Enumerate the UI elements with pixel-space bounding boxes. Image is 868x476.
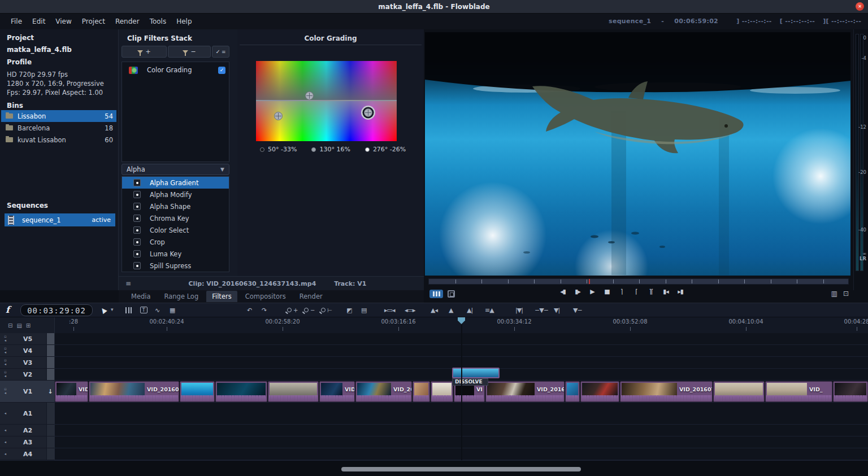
- filmstrip-icon[interactable]: ▤: [361, 305, 366, 315]
- track-head-a1[interactable]: ◂A1: [0, 403, 55, 425]
- mute-audio-icon[interactable]: ◂: [5, 452, 6, 456]
- edit-mode-icon[interactable]: ◩: [346, 305, 351, 315]
- overwrite-range-icon[interactable]: ▲◂: [431, 305, 437, 315]
- tab-render[interactable]: Render: [294, 291, 328, 302]
- track-head-v5[interactable]: ▫◂V5: [0, 333, 55, 345]
- mute-audio-icon[interactable]: ◂: [5, 363, 6, 366]
- overwrite-clip-icon[interactable]: ▲: [449, 305, 453, 315]
- timeline-clip[interactable]: VID_: [319, 381, 355, 402]
- mark-in-button[interactable]: ⌈: [632, 288, 641, 295]
- timeline-clip[interactable]: [580, 381, 619, 402]
- panel-layout-button[interactable]: ▥: [831, 290, 837, 298]
- insert-clip-icon[interactable]: ▲|: [467, 305, 472, 315]
- color-grading-handle[interactable]: [274, 112, 283, 120]
- filter-list-item[interactable]: Alpha Gradient: [122, 177, 229, 189]
- bin-row[interactable]: Barcelona18: [1, 122, 116, 134]
- color-grading-handle[interactable]: [364, 108, 372, 117]
- play-button[interactable]: ▶: [588, 288, 597, 295]
- hamburger-icon[interactable]: ≡: [125, 280, 131, 287]
- mute-audio-icon[interactable]: ◂: [5, 429, 6, 433]
- track-toggle[interactable]: [46, 425, 54, 436]
- track-height-icon[interactable]: ⊟: [8, 322, 12, 329]
- mark-out-button[interactable]: ⌉: [617, 288, 626, 295]
- compositor-clip[interactable]: [452, 368, 500, 378]
- menu-item-help[interactable]: Help: [171, 18, 197, 25]
- media-relink-icon[interactable]: ▦: [170, 305, 175, 315]
- undo-icon[interactable]: ↶: [247, 305, 251, 315]
- timeline-clip[interactable]: VID_20: [355, 381, 412, 402]
- filter-list-item[interactable]: Chroma Key: [122, 212, 229, 224]
- clip-view-button[interactable]: [448, 290, 455, 298]
- timeline-ruler[interactable]: ⊟▤⊞ :2800:02:40:2400:02:58:2000:03:16:16…: [0, 317, 868, 333]
- menu-item-view[interactable]: View: [50, 18, 76, 25]
- sequence-row[interactable]: sequence_1active: [5, 213, 115, 226]
- filter-list-item[interactable]: Spill Supress: [122, 260, 229, 272]
- timeline-clip[interactable]: VID_: [765, 381, 832, 402]
- filter-stack-row[interactable]: Color Grading✓: [122, 64, 229, 76]
- tab-media[interactable]: Media: [125, 291, 157, 302]
- timeline-clip[interactable]: [215, 381, 267, 402]
- mute-audio-icon[interactable]: ◂: [5, 440, 6, 444]
- trim-tool-icon[interactable]: ▸▭◂: [384, 305, 394, 315]
- color-grading-handle[interactable]: [305, 91, 314, 100]
- zoom-out-icon[interactable]: −: [304, 305, 315, 315]
- append-clip-icon[interactable]: ≡▲: [485, 305, 494, 315]
- timeline-clip[interactable]: [565, 381, 580, 402]
- filter-list-item[interactable]: Alpha Shape: [122, 200, 229, 212]
- color-grading-wheel[interactable]: [256, 61, 397, 141]
- ripple-delete-icon[interactable]: ▼|: [554, 305, 559, 315]
- timeline-clip[interactable]: VID_20160701: [89, 381, 179, 402]
- bin-row[interactable]: kuvat Lissabon60: [1, 134, 116, 146]
- timeline-clip[interactable]: VID_2016: [485, 381, 565, 402]
- redo-icon[interactable]: ↷: [262, 305, 266, 315]
- track-head-v2[interactable]: ▫◂V2: [0, 369, 55, 381]
- track-toggle[interactable]: [46, 448, 54, 460]
- track-head-a3[interactable]: ◂A3: [0, 436, 55, 448]
- menu-item-render[interactable]: Render: [110, 18, 145, 25]
- timeline-clip[interactable]: [180, 381, 215, 402]
- to-mark-out-button[interactable]: ▸▮: [676, 288, 685, 295]
- menu-item-project[interactable]: Project: [77, 18, 110, 25]
- close-icon[interactable]: ✕: [856, 2, 864, 11]
- timeline-view-button[interactable]: [429, 290, 443, 298]
- mute-audio-icon[interactable]: ◂: [5, 374, 6, 378]
- splice-out-icon[interactable]: |▼|: [515, 305, 523, 315]
- track-toggle[interactable]: [46, 333, 54, 344]
- fullscreen-button[interactable]: ⊡: [843, 290, 849, 298]
- clear-marks-button[interactable]: ⌉⌈: [646, 288, 656, 295]
- tab-range-log[interactable]: Range Log: [159, 291, 205, 302]
- menu-item-file[interactable]: File: [6, 18, 27, 25]
- bin-row[interactable]: Lissabon54: [1, 110, 116, 122]
- toggle-all-filters-button[interactable]: ✓≡: [212, 46, 229, 58]
- track-head-a2[interactable]: ◂A2: [0, 425, 55, 436]
- mute-audio-icon[interactable]: ◂: [5, 412, 6, 416]
- hue-box-top[interactable]: [256, 61, 397, 101]
- track-toggle[interactable]: [46, 369, 54, 380]
- timeline-timecode-display[interactable]: 00:03:29:02: [20, 304, 93, 316]
- track-toggle[interactable]: [46, 436, 54, 448]
- filter-list-item[interactable]: Luma Key: [122, 248, 229, 260]
- mute-audio-icon[interactable]: ◂: [5, 391, 6, 395]
- tab-filters[interactable]: Filters: [206, 291, 237, 302]
- snapping-icon[interactable]: ⊞: [26, 322, 31, 329]
- to-mark-in-button[interactable]: ▮◂: [661, 288, 670, 295]
- mute-audio-icon[interactable]: ◂: [5, 339, 6, 343]
- hue-box-bottom[interactable]: [256, 101, 397, 141]
- zoom-in-icon[interactable]: +: [287, 305, 298, 315]
- stop-button[interactable]: ■: [602, 288, 611, 295]
- add-filter-button[interactable]: +: [121, 46, 167, 58]
- menu-item-tools[interactable]: Tools: [145, 18, 172, 25]
- delete-range-icon[interactable]: ▼−: [573, 305, 582, 315]
- monitor-position-bar[interactable]: [428, 278, 849, 285]
- audio-mixer-icon[interactable]: [125, 305, 132, 315]
- timeline-clip[interactable]: [431, 381, 453, 402]
- next-frame-button[interactable]: ▮▸: [573, 288, 582, 295]
- roll-tool-icon[interactable]: ◂▭▸: [405, 305, 415, 315]
- zoom-fit-icon[interactable]: ⊢: [321, 305, 332, 315]
- tab-compositors[interactable]: Compositors: [240, 291, 292, 302]
- track-toggle[interactable]: [46, 345, 54, 356]
- timeline-clip[interactable]: VID_20160702_: [620, 381, 713, 402]
- mute-audio-icon[interactable]: ◂: [5, 351, 6, 355]
- track-toggle[interactable]: [46, 403, 54, 424]
- prev-frame-button[interactable]: ◂▮: [558, 288, 567, 295]
